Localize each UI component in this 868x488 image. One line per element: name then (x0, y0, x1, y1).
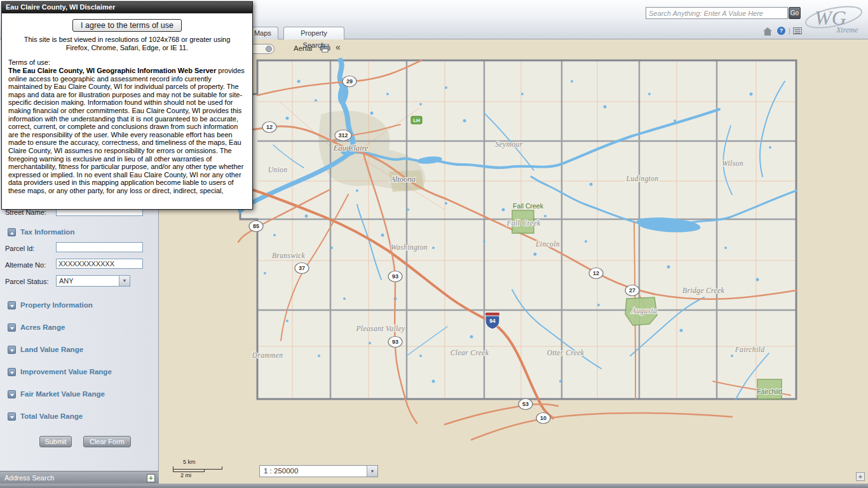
route-shield-93-south: 93 (388, 337, 402, 348)
wg-xtreme-logo: WG Xtreme (803, 2, 867, 36)
collapse-panel-button[interactable]: « (333, 41, 343, 53)
terms-paragraph: The Eau Claire County, WI Geographic Inf… (8, 67, 246, 195)
parcel-status-label: Parcel Status: (5, 278, 48, 285)
alternate-no-label: Alternate No: (5, 261, 46, 269)
go-button[interactable]: Go (789, 7, 801, 19)
icon-separator: | (789, 27, 790, 34)
submit-button[interactable]: Submit (39, 436, 72, 447)
label-brunswick: Brunswick (272, 252, 306, 259)
address-search-header[interactable]: Address Search + (0, 471, 159, 484)
section-tax-information[interactable]: Tax Information (8, 227, 151, 238)
agree-button[interactable]: I agree to the terms of use (72, 19, 182, 32)
interstate-94-shield: 94 (485, 313, 499, 329)
expand-button[interactable]: + (856, 472, 865, 481)
scalebar-km-label: 5 km (183, 459, 196, 465)
route-shield-12: 12 (262, 122, 276, 133)
section-fair-market-value-range[interactable]: Fair Market Value Range (8, 390, 151, 400)
chevron-down-icon (8, 346, 16, 354)
label-altoona: Altoona (390, 175, 416, 184)
label-fall-creek-town: Fall Creek (506, 219, 541, 227)
route-shield-93-north: 93 (388, 271, 402, 282)
svg-text:12: 12 (593, 270, 599, 276)
address-search-icon[interactable]: + (147, 474, 155, 482)
svg-text:312: 312 (338, 132, 348, 139)
section-total-value-range[interactable]: Total Value Range (8, 412, 151, 422)
chevron-down-icon (8, 368, 16, 376)
svg-text:27: 27 (629, 287, 635, 294)
tab-property-search[interactable]: Property Search (283, 27, 344, 39)
section-property-information[interactable]: Property Information (8, 301, 151, 311)
clear-form-button[interactable]: Clear Form (83, 436, 131, 447)
label-otter-creek: Otter Creek (547, 349, 585, 356)
svg-text:29: 29 (346, 78, 353, 85)
label-fairchild-village: Fairchild (757, 388, 782, 395)
section-land-value-range[interactable]: Land Value Range (8, 345, 151, 355)
label-lincoln: Lincoln (535, 240, 560, 248)
route-shield-53: 53 (519, 399, 532, 410)
logo-xtreme-text: Xtreme (836, 25, 858, 34)
section-improvement-value-range[interactable]: Improvement Value Range (8, 367, 151, 377)
map-canvas[interactable]: 29 12 312 85 37 93 93 12 27 94 53 10 LH (159, 39, 868, 488)
home-icon[interactable] (763, 27, 772, 35)
label-seymour: Seymour (495, 140, 522, 149)
terms-bold: The Eau Claire County, WI Geographic Inf… (8, 67, 216, 74)
svg-text:94: 94 (489, 318, 496, 324)
alternate-no-input[interactable] (56, 259, 143, 269)
svg-text:53: 53 (522, 401, 529, 407)
scale-select[interactable]: 1 : 250000 ▼ (259, 465, 378, 477)
chevron-down-icon[interactable]: ▼ (119, 276, 130, 286)
parcel-status-select[interactable]: ANY ▼ (56, 275, 130, 287)
parcel-id-label: Parcel Id: (5, 245, 34, 252)
route-shield-37: 37 (295, 263, 309, 274)
label-fall-creek-village: Fall Creek (513, 202, 544, 210)
route-shield-12-east: 12 (589, 268, 603, 279)
scalebar-mi-label: 2 mi (180, 472, 191, 478)
bottom-status-strip (0, 484, 868, 488)
label-washington: Washington (391, 243, 428, 252)
svg-text:37: 37 (299, 265, 305, 271)
label-clear-creek: Clear Creek (451, 349, 489, 356)
route-shield-85: 85 (249, 221, 263, 232)
chevron-up-icon (8, 228, 16, 236)
route-shield-27: 27 (625, 285, 639, 296)
svg-text:12: 12 (266, 124, 273, 130)
svg-text:85: 85 (253, 223, 259, 229)
dialog-body: I agree to the terms of use This site is… (2, 13, 252, 195)
label-union: Union (268, 166, 288, 173)
label-fairchild-town: Fairchild (735, 346, 765, 353)
chevron-down-icon (8, 390, 16, 398)
label-pleasant-valley: Pleasant Valley (355, 325, 405, 333)
lake-hallie-badge: LH (411, 116, 422, 124)
scale-value: 1 : 250000 (264, 467, 298, 475)
chevron-down-icon (8, 412, 16, 421)
route-shield-312: 312 (335, 130, 351, 141)
terms-heading: Terms of use: (8, 58, 246, 66)
svg-text:LH: LH (413, 118, 420, 123)
terms-body: provides online access to geographic and… (8, 67, 245, 194)
svg-text:93: 93 (392, 273, 398, 280)
app-root: 29 12 312 85 37 93 93 12 27 94 53 10 LH (0, 0, 868, 488)
chevron-down-icon (8, 301, 16, 309)
label-augusta: Augusta (631, 307, 658, 315)
disclaimer-dialog: Eau Claire County, WI Disclaimer I agree… (1, 1, 253, 210)
label-ludington: Ludington (626, 175, 659, 183)
dialog-title[interactable]: Eau Claire County, WI Disclaimer (2, 2, 252, 13)
scale-dropdown-icon[interactable]: ▼ (367, 466, 377, 477)
pill-icon[interactable] (266, 46, 272, 52)
chevron-down-icon (8, 323, 16, 332)
svg-text:10: 10 (540, 415, 546, 421)
route-shield-29: 29 (342, 76, 356, 87)
global-search-input[interactable] (646, 7, 788, 19)
county-map: 29 12 312 85 37 93 93 12 27 94 53 10 LH (159, 39, 868, 488)
report-icon[interactable] (793, 27, 802, 34)
route-shield-10: 10 (536, 413, 550, 424)
label-wilson: Wilson (722, 159, 743, 167)
label-bridge-creek: Bridge Creek (682, 287, 725, 295)
label-drammen: Drammen (252, 351, 283, 359)
parcel-id-input[interactable] (56, 242, 143, 252)
section-acres-range[interactable]: Acres Range (8, 323, 151, 333)
viewing-note: This site is best viewed in resolutions … (13, 36, 241, 52)
help-icon[interactable]: ? (777, 27, 785, 35)
svg-text:93: 93 (392, 339, 398, 345)
label-eau-claire: Eau Claire (333, 144, 369, 152)
